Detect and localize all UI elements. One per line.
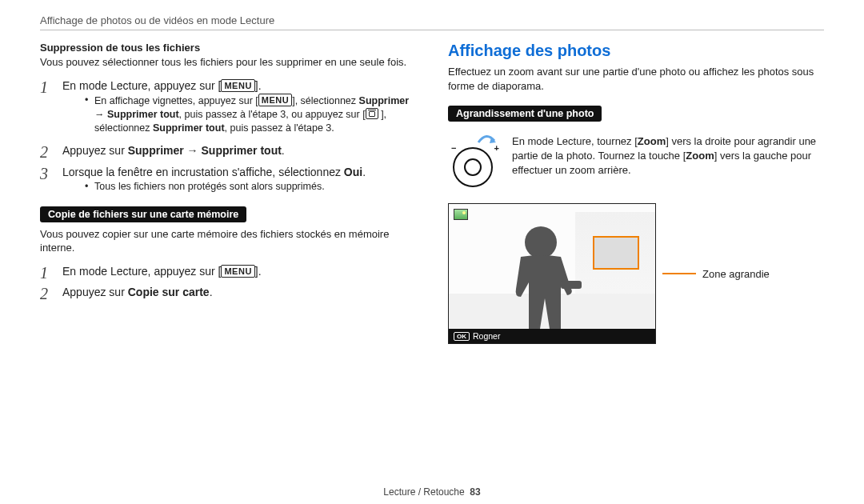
step3-bullets: Tous les fichiers non protégés sont alor…	[85, 180, 416, 194]
step-number: 1	[40, 76, 48, 99]
rotate-arrow-icon	[477, 133, 496, 144]
copy-step-1: 1 En mode Lecture, appuyez sur [MENU].	[40, 263, 416, 279]
delete-step-3: 3 Lorsque la fenêtre en incrustation s'a…	[40, 164, 416, 194]
zoom-row: − + En mode Lecture, tournez [Zoom] vers…	[448, 134, 824, 190]
leader-line	[662, 273, 696, 274]
step3-bullet: Tous les fichiers non protégés sont alor…	[85, 180, 416, 194]
t: En affichage vignettes, appuyez sur [	[94, 95, 258, 106]
copy-intro: Vous pouvez copier sur une carte mémoire…	[40, 227, 416, 255]
t: →	[184, 144, 202, 157]
t: ], sélectionnez	[292, 95, 358, 106]
crop-bar: OK Rogner	[449, 329, 655, 343]
bold: Copie sur carte	[128, 286, 210, 298]
page-number: 83	[470, 486, 480, 498]
zoom-dial-illustration: − +	[448, 134, 501, 190]
step1-bullets: En affichage vignettes, appuyez sur [MEN…	[85, 94, 416, 135]
bold: Zoom	[638, 135, 666, 147]
left-column: Suppression de tous les fichiers Vous po…	[40, 42, 416, 344]
t: Lorsque la fenêtre en incrustation s'aff…	[62, 166, 344, 178]
footer-text: Lecture / Retouche	[383, 486, 464, 498]
delete-step-2: 2 Appuyez sur Supprimer → Supprimer tout…	[40, 142, 416, 158]
step-number: 2	[40, 282, 48, 306]
delete-all-heading: Suppression de tous les fichiers	[40, 42, 416, 54]
bold: Supprimer tout	[202, 144, 282, 157]
copy-steps: 1 En mode Lecture, appuyez sur [MENU]. 2…	[40, 263, 416, 301]
trash-icon	[366, 108, 378, 119]
t: ].	[255, 265, 262, 278]
step1-bullet: En affichage vignettes, appuyez sur [MEN…	[85, 94, 416, 135]
t: .	[362, 166, 366, 178]
photo-thumb-icon	[454, 209, 468, 220]
preview-wrap: OK Rogner Zone agrandie	[448, 203, 824, 344]
menu-icon: MENU	[221, 265, 254, 278]
section-intro: Effectuez un zoom avant sur une partie d…	[448, 65, 824, 93]
bold-oui: Oui	[344, 166, 362, 178]
copy-step-2: 2 Appuyez sur Copie sur carte.	[40, 284, 416, 300]
t: Appuyez sur	[62, 286, 128, 298]
step-number: 3	[40, 162, 48, 186]
dial-inner	[464, 158, 482, 176]
delete-step-1: 1 En mode Lecture, appuyez sur [MENU]. E…	[40, 78, 416, 135]
t: En mode Lecture, tournez [	[512, 135, 638, 147]
section-title: Affichage des photos	[448, 42, 824, 60]
child-silhouette	[497, 225, 585, 329]
dial-outer	[453, 147, 493, 187]
svg-point-0	[525, 226, 557, 258]
zoom-instructions: En mode Lecture, tournez [Zoom] vers la …	[512, 134, 824, 178]
page-footer: Lecture / Retouche 83	[0, 486, 864, 498]
page: Affichage de photos ou de vidéos en mode…	[0, 0, 864, 504]
bold: Zoom	[686, 150, 714, 162]
bold: Supprimer	[128, 144, 184, 157]
copy-badge: Copie de fichiers sur une carte mémoire	[40, 206, 246, 222]
delete-all-intro: Vous pouvez sélectionner tous les fichie…	[40, 55, 416, 70]
t: , puis passez à l'étape 3, ou appuyez su…	[179, 109, 366, 120]
columns: Suppression de tous les fichiers Vous po…	[40, 42, 824, 344]
t: →	[94, 109, 107, 120]
menu-icon: MENU	[221, 79, 254, 92]
svg-rect-1	[561, 281, 582, 289]
step1-prefix: En mode Lecture, appuyez sur [	[62, 79, 221, 92]
zoom-region-box	[593, 236, 639, 270]
minus-icon: −	[451, 143, 456, 153]
delete-steps: 1 En mode Lecture, appuyez sur [MENU]. E…	[40, 78, 416, 194]
bold-supprimer-tout: Supprimer tout	[107, 109, 179, 120]
zoom-region-label: Zone agrandie	[702, 268, 770, 280]
step-number: 2	[40, 141, 48, 164]
header-rule	[40, 30, 824, 30]
photo-preview: OK Rogner	[448, 203, 656, 344]
ok-badge: OK	[454, 332, 470, 341]
step-number: 1	[40, 262, 48, 285]
t: .	[282, 144, 285, 157]
t: Appuyez sur	[62, 144, 128, 157]
right-column: Affichage des photos Effectuez un zoom a…	[448, 42, 824, 344]
bold-supprimer: Supprimer	[359, 95, 410, 106]
menu-icon: MENU	[258, 94, 292, 106]
bold-supprimer-tout2: Supprimer tout	[153, 122, 225, 134]
t: .	[210, 286, 213, 298]
step1-suffix: ].	[255, 79, 262, 92]
crop-label: Rogner	[473, 331, 500, 341]
enlarge-badge: Agrandissement d'une photo	[448, 106, 602, 122]
plus-icon: +	[494, 143, 499, 153]
t: , puis passez à l'étape 3.	[225, 122, 334, 134]
t: En mode Lecture, appuyez sur [	[62, 265, 221, 278]
running-header: Affichage de photos ou de vidéos en mode…	[40, 14, 824, 26]
